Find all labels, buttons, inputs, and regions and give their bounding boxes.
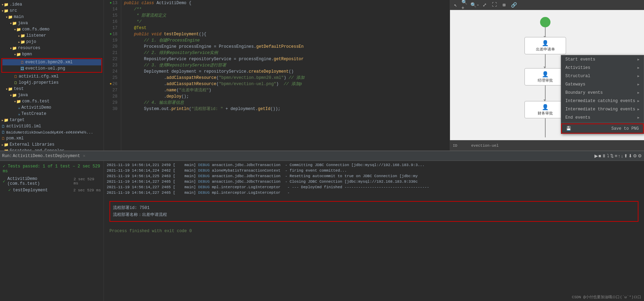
sidebar-item-java[interactable]: ▾📁 java <box>0 20 104 26</box>
menu-label: Boundary events <box>565 90 603 95</box>
sidebar-item-test-create[interactable]: ☕ TestCreate <box>0 111 104 117</box>
folder-icon: ▸📁 <box>18 34 25 38</box>
import-button[interactable]: ⬇ <box>628 153 632 158</box>
menu-item-gateways[interactable]: Gateways ▶ <box>561 80 644 89</box>
task-label-3: 财务审批 <box>538 111 553 116</box>
run-again-button[interactable]: ▶ <box>594 153 598 158</box>
test-tree-activiti-demo[interactable]: ✓ ActivitiDemo (com.fs.test) 2 sec 529 m… <box>3 176 101 187</box>
code-line: // 2. 得到RepositoryService实例 <box>124 50 450 56</box>
bpmn-task-2[interactable]: 👤 经理审批 <box>524 68 566 85</box>
test-method-label: testDeployment <box>13 188 48 193</box>
output-box: 流程部署id: 7501 流程部署名称：出差申请流程 <box>109 201 638 222</box>
stop-button[interactable]: ■ <box>599 153 601 158</box>
sidebar-item-resources[interactable]: ▾📁 resources <box>0 45 104 51</box>
folder-icon: ▾📁 <box>6 87 13 91</box>
code-line: RepositoryService repositoryService = pr… <box>124 56 450 62</box>
submenu-arrow: ▶ <box>637 91 639 95</box>
bpmn-task-3[interactable]: 👤 财务审批 <box>524 101 566 118</box>
gutter-green-icon: ● <box>110 0 112 6</box>
sidebar-label: pojo <box>26 39 36 44</box>
line-num: ●13 <box>104 0 120 6</box>
run-tab-label: Run: <box>2 154 12 158</box>
process-done: Process finished with exit code 0 <box>109 229 638 234</box>
sidebar-item-activiti01-iml[interactable]: 🗋 activiti01.iml <box>0 123 104 129</box>
full-icon[interactable]: ⛶ <box>490 1 499 9</box>
person-icon-2: 👤 <box>542 71 549 78</box>
sidebar-label: resources <box>18 46 41 51</box>
menu-label: End events <box>565 115 590 120</box>
export-button[interactable]: ⬆ <box>624 153 628 158</box>
sidebar-item-test[interactable]: ▾📁 test <box>0 86 104 92</box>
sidebar-item-activiti-demo[interactable]: ☕ ActivitiDemo <box>0 104 104 111</box>
code-line: public class ActivitiDemo { <box>124 0 450 6</box>
gear-button[interactable]: ⚙ <box>638 153 642 158</box>
menu-item-end-events[interactable]: End events ▶ <box>561 113 644 122</box>
cursor-icon[interactable]: ↖ <box>451 1 460 9</box>
link-icon[interactable]: 🔗 <box>510 1 518 9</box>
settings-button[interactable]: ⚙ <box>633 153 637 158</box>
line-num: 27 <box>104 87 120 93</box>
folder-icon: ▾📁 <box>6 15 13 19</box>
menu-item-activities[interactable]: Activities ▶ <box>561 64 644 72</box>
submenu-arrow: ▶ <box>637 107 639 111</box>
sidebar-label: log4j.properties <box>19 80 59 85</box>
code-line: /** <box>124 6 450 12</box>
fit-icon[interactable]: ⤢ <box>480 1 489 9</box>
sidebar-item-pojo[interactable]: ▸📁 pojo <box>0 39 104 45</box>
diagram-toolbar: ↖ 🔍+ 🔍- ⤢ ⛶ ⊞ 🔗 <box>450 0 644 10</box>
sidebar-item-baidu[interactable]: 🗋 BaiduNetdiskDownloadéµ€é€-eé€éé¥¾é½... <box>0 129 104 135</box>
filter-button[interactable]: ≡ <box>615 153 617 158</box>
test-tree-deployment[interactable]: ✓ testDeployment 2 sec 529 ms <box>3 187 101 193</box>
diagram-area: ▼ 👤 出差申请单 ▼ 👤 经理审批 ▼ 👤 <box>450 10 644 140</box>
zoom-out-icon[interactable]: 🔍- <box>471 1 479 9</box>
menu-item-save-png[interactable]: 💾 Save to PNG <box>561 124 644 134</box>
console-panel: 2021-11-19 14:56:14,221 2459 [ main] DEB… <box>104 161 644 301</box>
step-over-button[interactable]: ⤵ <box>607 153 609 158</box>
baidu-icon: 🗋 <box>1 130 5 135</box>
folder-icon: ▾📁 <box>1 2 9 7</box>
line-num: 29 <box>104 100 120 106</box>
prev-button[interactable]: ↑ <box>618 153 620 158</box>
sidebar-item-idea[interactable]: ▾📁 .idea <box>0 1 104 8</box>
menu-separator <box>561 122 644 123</box>
sidebar-item-evection-bpmn[interactable]: 🗋 evection.bpmn20.xml <box>2 59 101 65</box>
menu-item-structural[interactable]: Structural ▶ <box>561 72 644 80</box>
gutter-green-icon: ● <box>110 31 112 37</box>
sidebar-item-activiti-cfg[interactable]: 🗋 activiti.cfg.xml <box>0 73 104 80</box>
folder-icon: ▸📁 <box>1 118 9 122</box>
line-num: ●26 <box>104 81 120 87</box>
zoom-in-icon[interactable]: 🔍+ <box>461 1 469 9</box>
sort-button[interactable]: ⇅ <box>610 153 614 158</box>
menu-item-start-events[interactable]: Start events ▶ <box>561 55 644 64</box>
sidebar-item-src[interactable]: ▾📁 src <box>0 8 104 14</box>
sidebar-item-pom[interactable]: 🗋 pom.xml <box>0 135 104 142</box>
line-num: 25 <box>104 75 120 81</box>
menu-item-boundary-events[interactable]: Boundary events ▶ <box>561 89 644 97</box>
sidebar-item-external-libs[interactable]: ▸📁 External Libraries <box>0 142 104 148</box>
grid-icon[interactable]: ⊞ <box>500 1 508 9</box>
close-tab-icon[interactable]: ✕ <box>83 153 85 158</box>
line-num: 17 <box>104 25 120 31</box>
console-line: 2021-11-19 14:56:14,227 2465 [ main] DEB… <box>107 184 641 190</box>
pause-button[interactable]: ⏸ <box>602 153 606 158</box>
sidebar-item-java2[interactable]: ▾📁 java <box>0 92 104 98</box>
sidebar-item-bpmn[interactable]: ▾📁 bpmn <box>0 51 104 57</box>
bpmn-task-1[interactable]: 👤 出差申请单 <box>524 37 566 54</box>
sidebar-item-com-fs-test[interactable]: ▾📁 com.fs.test <box>0 98 104 104</box>
code-line: System.out.println("流程部署id: " + deployme… <box>124 106 450 112</box>
sidebar-item-listener[interactable]: ▸📁 listener <box>0 33 104 39</box>
sidebar-label: target <box>10 118 25 122</box>
menu-item-intermediate-throwing[interactable]: Intermediate throwing events ▶ <box>561 105 644 113</box>
sidebar-item-com-fs-demo[interactable]: ▾📁 com.fs.demo <box>0 26 104 33</box>
sidebar-label: BaiduNetdiskDownloadéµ€é€-eé€éé¥¾é½... <box>6 130 93 135</box>
menu-label: Activities <box>565 65 590 70</box>
next-button[interactable]: ↓ <box>621 153 624 158</box>
sidebar-item-scratches[interactable]: ▸📁 Scratches and Consoles <box>0 148 104 150</box>
menu-item-intermediate-catching[interactable]: Intermediate catching events ▶ <box>561 97 644 105</box>
sidebar-item-evection-uel[interactable]: 🖼 evection-uel.png <box>2 65 101 72</box>
sidebar-item-target[interactable]: ▸📁 target <box>0 117 104 123</box>
bpmn-start-node[interactable] <box>540 17 550 27</box>
context-menu: Start events ▶ Activities ▶ Structural ▶… <box>561 55 644 134</box>
sidebar-item-main[interactable]: ▾📁 main <box>0 14 104 20</box>
sidebar-item-log4j[interactable]: 🗋 log4j.properties <box>0 80 104 86</box>
